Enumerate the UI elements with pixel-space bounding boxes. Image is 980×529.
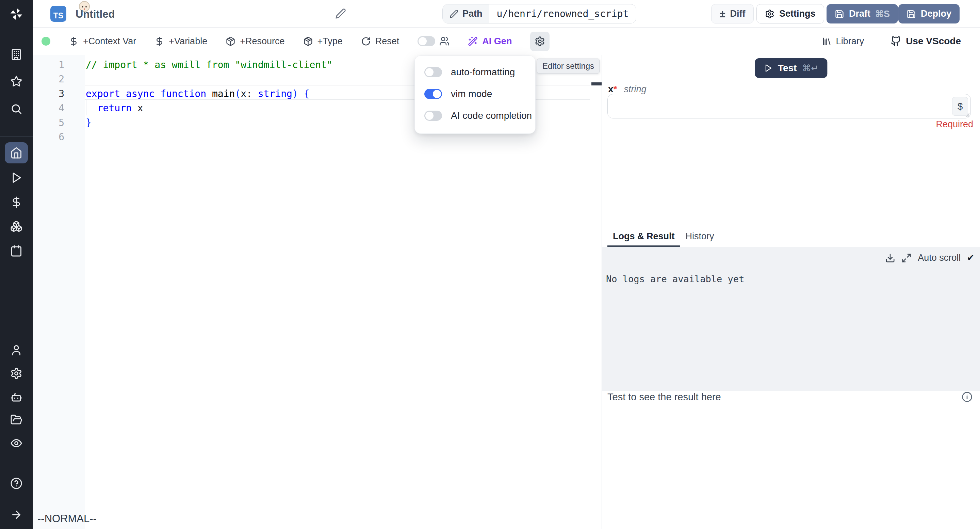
menu-label-auto-formatting: auto-formatting [451,67,515,78]
menu-row-ai-code-completion: AI code completion [424,108,526,123]
test-button[interactable]: Test ⌘↵ [755,58,827,78]
sidebar-item-star[interactable] [5,71,28,92]
diff-button[interactable]: ± Diff [711,4,754,24]
tab-logs-result[interactable]: Logs & Result [608,226,680,247]
editor-settings-button[interactable] [530,32,550,51]
add-resource-button[interactable]: +Resource [226,36,285,47]
dollar-button-label: $ [958,101,963,112]
use-vscode-button[interactable]: Use VScode [891,36,961,47]
page-title: Untitled [76,8,115,21]
help-icon [10,477,22,489]
diff-button-label: Diff [730,8,745,19]
toolbar-right-group: Library Use VScode [822,36,980,47]
sidebar-item-bot[interactable] [5,386,28,408]
info-icon[interactable] [962,392,972,402]
required-asterisk: * [614,84,617,94]
folder-icon [10,414,22,426]
collab-mode-toggle[interactable] [417,36,435,46]
download-logs-icon[interactable] [885,253,895,263]
add-variable-label: +Variable [169,36,207,47]
code-text: export async function main(x: string) { [86,86,310,101]
auto-scroll-checkmark[interactable]: ✔ [967,253,974,263]
required-hint: Required [936,119,973,130]
test-shortcut: ⌘↵ [802,63,818,73]
github-octocat-icon [891,36,901,47]
eye-icon [10,437,22,449]
sidebar-item-help[interactable] [5,473,28,494]
sidebar-item-calendar[interactable] [5,240,28,261]
star-icon [10,75,22,88]
sidebar-item-user[interactable] [5,340,28,361]
code-text: } [86,115,92,130]
add-type-button[interactable]: +Type [303,36,343,47]
dollar-icon [69,37,79,46]
sidebar-item-search[interactable] [5,99,28,120]
line-number: 4 [33,101,64,115]
line-number: 1 [33,57,64,72]
argument-input-container: $ [608,94,971,118]
arrow-right-icon [10,508,22,521]
sidebar-item-gear[interactable] [5,363,28,384]
deploy-button[interactable]: Deploy [898,4,959,24]
editor-settings-tooltip: Editor settings [537,59,600,73]
typescript-badge: TS [50,6,66,22]
menu-row-vim-mode: vim mode [424,86,526,102]
sidebar-item-arrow-right[interactable] [5,504,28,525]
expand-logs-icon[interactable] [901,253,912,263]
sidebar-item-building[interactable] [5,44,28,65]
add-context-var-button[interactable]: +Context Var [69,36,136,47]
logs-tabs: Logs & ResultHistory [602,226,980,247]
home-icon [10,147,22,159]
ai-gen-button[interactable]: AI Gen [468,36,512,47]
sidebar-item-home[interactable] [5,142,28,163]
resize-handle-icon[interactable] [964,111,970,118]
library-button[interactable]: Library [822,36,864,47]
add-variable-button[interactable]: +Variable [154,36,207,47]
app-sidebar [0,0,33,529]
dollar-icon [10,196,22,208]
menu-label-ai-code-completion: AI code completion [451,110,532,121]
tab-history[interactable]: History [680,226,720,247]
no-logs-message: No logs are available yet [606,274,744,284]
draft-shortcut: ⌘S [875,8,890,19]
add-resource-label: +Resource [240,36,285,47]
path-value: u/henri/renowned_script [489,5,636,23]
bot-icon [10,391,22,403]
sidebar-item-play[interactable] [5,167,28,188]
edit-summary-pencil-icon[interactable] [335,8,346,19]
add-type-label: +Type [318,36,343,47]
code-text: // import * as wmill from "windmill-clie… [86,57,332,72]
sidebar-item-boxes[interactable] [5,216,28,237]
language-status-dot [41,37,50,46]
toggle-vim-mode[interactable] [424,89,442,99]
calendar-icon [10,245,22,257]
logs-panel: Auto scroll ✔ No logs are available yet [602,247,980,391]
windmill-logo-icon [9,6,24,21]
use-vscode-label: Use VScode [906,36,961,47]
sidebar-item-dollar[interactable] [5,192,28,213]
sidebar-item-folder[interactable] [5,409,28,430]
path-editor[interactable]: Path u/henri/renowned_script [442,4,636,24]
toggle-ai-code-completion[interactable] [424,111,442,121]
toggle-auto-formatting[interactable] [424,67,442,77]
auto-scroll-label[interactable]: Auto scroll [918,253,961,263]
play-icon [10,172,22,184]
reset-button[interactable]: Reset [361,36,399,47]
edit-path-pencil-icon [450,10,458,18]
draft-button[interactable]: Draft ⌘S [827,4,898,24]
line-number: 3 [33,86,64,101]
argument-x-input[interactable] [612,97,945,115]
play-icon [764,64,772,73]
settings-button[interactable]: Settings [756,4,824,24]
editor-toolbar: +Context Var +Variable +Resource +Type R… [33,27,980,55]
windmill-logo[interactable] [0,0,33,27]
sidebar-divider [0,136,33,137]
save-icon [907,9,916,19]
gear-icon [765,9,775,19]
draft-button-label: Draft [849,8,870,19]
rotate-icon [361,37,371,46]
sidebar-item-eye[interactable] [5,433,28,454]
test-button-label: Test [778,63,797,73]
line-number: 5 [33,115,64,130]
menu-label-vim-mode: vim mode [451,89,492,99]
